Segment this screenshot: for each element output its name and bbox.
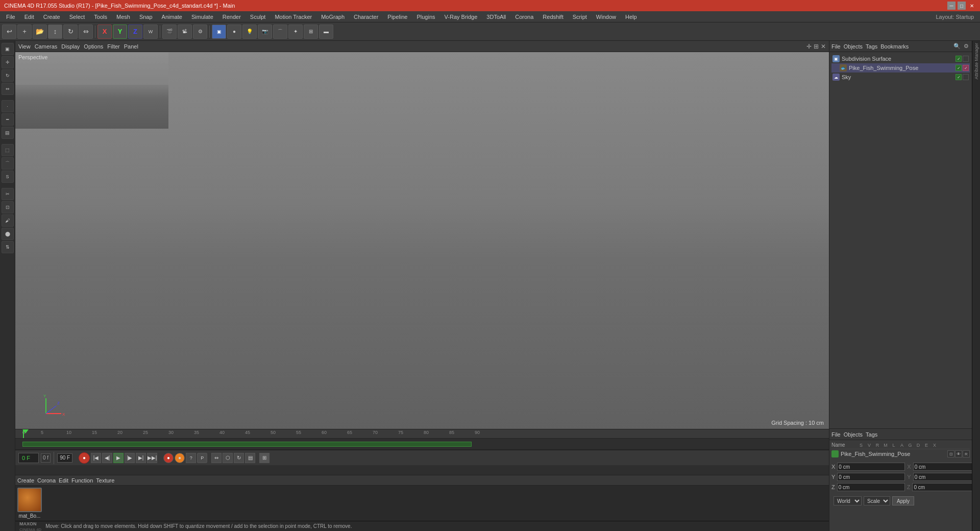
- close-button[interactable]: ✕: [968, 2, 976, 10]
- fast-forward-button[interactable]: ▶|: [136, 453, 146, 463]
- menu-file[interactable]: File: [2, 13, 19, 21]
- vp-menu-options[interactable]: Options: [84, 43, 103, 50]
- menu-simulate[interactable]: Simulate: [187, 13, 217, 21]
- move-keys[interactable]: ⇔: [211, 453, 222, 463]
- timeline-expand[interactable]: ⊞: [259, 453, 270, 463]
- tool-lasso[interactable]: ⌒: [2, 157, 14, 170]
- menu-redshift[interactable]: Redshift: [538, 13, 567, 21]
- tool-move[interactable]: ✛: [2, 56, 14, 68]
- material-item[interactable]: mat_Bo...: [17, 488, 42, 519]
- am-x-pos[interactable]: [837, 463, 905, 471]
- motion-path[interactable]: P: [197, 453, 207, 463]
- timeline-ruler[interactable]: 0 5 10 15 20 25 30 35 40 45 50 55 60 65 …: [15, 429, 829, 439]
- vp-menu-display[interactable]: Display: [61, 43, 80, 50]
- menu-character[interactable]: Character: [350, 13, 382, 21]
- menu-animate[interactable]: Animate: [158, 13, 186, 21]
- auto-key[interactable]: ●: [175, 453, 185, 463]
- subdivision-check-1[interactable]: ✓: [955, 56, 962, 62]
- tool-knife[interactable]: ✂: [2, 188, 14, 200]
- object-spline[interactable]: ⌒: [273, 25, 287, 39]
- am-menu-tags[interactable]: Tags: [866, 431, 877, 438]
- record-mode[interactable]: ●: [163, 453, 174, 463]
- am-world-dropdown[interactable]: World Object: [834, 496, 862, 505]
- am-apply-button[interactable]: Apply: [892, 496, 914, 505]
- tool-paint[interactable]: ⬤: [2, 228, 14, 240]
- am-z-pos[interactable]: [837, 483, 905, 491]
- object-floor[interactable]: ▬: [319, 25, 333, 39]
- menu-3dtoall[interactable]: 3DToAll: [482, 13, 510, 21]
- pike-check-2[interactable]: ✓: [963, 65, 969, 71]
- am-x-pos2[interactable]: [913, 463, 972, 471]
- menu-create[interactable]: Create: [39, 13, 64, 21]
- tool-edge[interactable]: ━: [2, 113, 14, 126]
- open-button[interactable]: 📂: [33, 25, 47, 39]
- am-object-row[interactable]: Pike_Fish_Swimming_Pose ⊡ 👁 R: [831, 450, 970, 457]
- am-z-pos2[interactable]: [912, 483, 972, 491]
- am-check-r[interactable]: R: [963, 450, 970, 457]
- menu-corona[interactable]: Corona: [511, 13, 537, 21]
- object-deform[interactable]: ⊞: [304, 25, 318, 39]
- scale-tool[interactable]: ⇔: [79, 25, 93, 39]
- am-scale-dropdown[interactable]: Scale Size: [864, 496, 890, 505]
- viewport[interactable]: View Cameras Display Options Filter Pane…: [15, 41, 829, 429]
- menu-render[interactable]: Render: [218, 13, 245, 21]
- sky-check-2[interactable]: [963, 74, 969, 80]
- step-forward-button[interactable]: |▶: [125, 453, 135, 463]
- mat-menu-texture[interactable]: Texture: [96, 477, 114, 484]
- om-pike-fish[interactable]: 🐟 Pike_Fish_Swimming_Pose ✓ ✓: [831, 63, 970, 73]
- menu-motion-tracker[interactable]: Motion Tracker: [271, 13, 316, 21]
- minimize-button[interactable]: ─: [947, 2, 955, 10]
- tool-poly[interactable]: ▤: [2, 127, 14, 139]
- am-check-s[interactable]: ⊡: [947, 450, 954, 457]
- tool-scale[interactable]: ⇔: [2, 83, 14, 95]
- menu-sculpt[interactable]: Sculpt: [246, 13, 270, 21]
- move-tool[interactable]: ↕: [48, 25, 62, 39]
- object-cube[interactable]: ▣: [212, 25, 226, 39]
- object-camera[interactable]: 📷: [258, 25, 272, 39]
- render-view[interactable]: 📽: [178, 25, 192, 39]
- maximize-button[interactable]: □: [958, 2, 966, 10]
- am-y-pos[interactable]: [837, 473, 905, 481]
- om-settings-icon[interactable]: ⚙: [963, 43, 970, 50]
- om-menu-tags[interactable]: Tags: [866, 43, 877, 50]
- record-button[interactable]: ●: [79, 452, 90, 464]
- right-edge-label[interactable]: Attribute Manager: [974, 41, 979, 82]
- om-menu-bookmarks[interactable]: Bookmarks: [880, 43, 909, 50]
- tool-rotate[interactable]: ↻: [2, 69, 14, 82]
- am-menu-file[interactable]: File: [831, 431, 841, 438]
- timeline-track[interactable]: [15, 439, 829, 450]
- tool-live[interactable]: S: [2, 171, 14, 183]
- menu-mograph[interactable]: MoGraph: [317, 13, 349, 21]
- mat-menu-function[interactable]: Function: [71, 477, 93, 484]
- rotate-tool[interactable]: ↻: [63, 25, 78, 39]
- playback-settings[interactable]: ▤: [245, 453, 255, 463]
- play-button[interactable]: ▶: [113, 453, 124, 463]
- object-light[interactable]: 💡: [242, 25, 257, 39]
- scale-keys[interactable]: ⬡: [223, 453, 233, 463]
- om-search-icon[interactable]: 🔍: [952, 43, 962, 50]
- menu-select[interactable]: Select: [65, 13, 89, 21]
- mat-menu-corona[interactable]: Corona: [37, 477, 56, 484]
- om-menu-objects[interactable]: Objects: [844, 43, 863, 50]
- vp-menu-view[interactable]: View: [18, 43, 31, 50]
- tool-select[interactable]: ⬚: [2, 144, 14, 156]
- am-y-pos2[interactable]: [913, 473, 972, 481]
- menu-edit[interactable]: Edit: [20, 13, 38, 21]
- menu-plugins[interactable]: Plugins: [412, 13, 439, 21]
- am-menu-objects[interactable]: Objects: [844, 431, 863, 438]
- tool-model[interactable]: ▣: [2, 43, 14, 55]
- menu-script[interactable]: Script: [569, 13, 591, 21]
- world-button[interactable]: W: [143, 25, 158, 39]
- pike-check-1[interactable]: ✓: [955, 65, 962, 71]
- axis-x-button[interactable]: X: [97, 25, 112, 39]
- object-sphere[interactable]: ●: [227, 25, 241, 39]
- key-all[interactable]: ?: [186, 453, 196, 463]
- axis-z-button[interactable]: Z: [128, 25, 142, 39]
- vp-expand-icon[interactable]: ⊞: [814, 43, 819, 50]
- menu-tools[interactable]: Tools: [90, 13, 111, 21]
- om-menu-file[interactable]: File: [831, 43, 841, 50]
- mat-menu-create[interactable]: Create: [17, 477, 34, 484]
- vp-menu-cameras[interactable]: Cameras: [35, 43, 58, 50]
- tool-point[interactable]: ·: [2, 100, 14, 112]
- step-back-button[interactable]: ◀|: [102, 453, 112, 463]
